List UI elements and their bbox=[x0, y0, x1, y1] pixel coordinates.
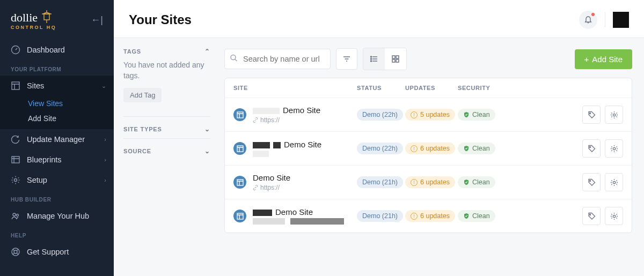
refresh-icon bbox=[11, 135, 20, 144]
tag-row-button[interactable] bbox=[582, 139, 601, 158]
divider bbox=[123, 138, 210, 139]
svg-rect-23 bbox=[237, 180, 243, 185]
users-icon bbox=[11, 211, 20, 221]
search-input[interactable] bbox=[224, 49, 331, 69]
gear-icon bbox=[610, 212, 618, 220]
svg-point-9 bbox=[231, 55, 236, 60]
chevron-right-icon: › bbox=[104, 177, 106, 183]
divider bbox=[123, 116, 210, 117]
nav-setup[interactable]: Setup › bbox=[0, 170, 114, 190]
chevron-down-icon: ⌄ bbox=[101, 83, 106, 89]
svg-point-6 bbox=[17, 214, 19, 217]
nav-label: Blueprints bbox=[27, 155, 61, 164]
collapse-tags-toggle[interactable]: ⌃ bbox=[204, 48, 210, 55]
link-icon bbox=[253, 185, 258, 190]
clock-icon: ! bbox=[411, 111, 418, 118]
sites-panel: + Add Site SITE STATUS UPDATES SECURITY bbox=[220, 38, 644, 276]
th-security: SECURITY bbox=[458, 85, 506, 91]
svg-point-18 bbox=[589, 113, 590, 114]
subnav-add-site[interactable]: Add Site bbox=[0, 111, 114, 126]
search-icon bbox=[230, 54, 238, 64]
chevron-right-icon: › bbox=[104, 156, 106, 163]
svg-rect-3 bbox=[12, 156, 19, 163]
nav-update-manager[interactable]: Update Manager › bbox=[0, 129, 114, 150]
nav-label: Manage Your Hub bbox=[27, 212, 89, 220]
add-site-label: Add Site bbox=[592, 55, 623, 64]
user-avatar[interactable] bbox=[613, 12, 629, 28]
table-row[interactable]: Demo Site Demo (21h) !6 updates Clean bbox=[225, 199, 632, 233]
site-avatar-icon bbox=[233, 210, 246, 222]
site-name: Demo Site bbox=[253, 173, 290, 182]
search-wrapper bbox=[224, 49, 331, 69]
svg-point-5 bbox=[13, 213, 16, 216]
layout-icon bbox=[11, 81, 20, 91]
expand-source-toggle[interactable]: ⌄ bbox=[204, 147, 210, 155]
tag-row-button[interactable] bbox=[582, 106, 601, 124]
expand-sitetypes-toggle[interactable]: ⌄ bbox=[204, 125, 210, 133]
svg-rect-2 bbox=[12, 82, 19, 89]
status-pill: Demo (21h) bbox=[357, 210, 403, 222]
grid-view-button[interactable] bbox=[385, 48, 406, 70]
settings-row-button[interactable] bbox=[605, 173, 623, 191]
svg-point-8 bbox=[14, 250, 17, 253]
nav-blueprints[interactable]: Blueprints › bbox=[0, 150, 114, 170]
chevron-right-icon: › bbox=[104, 136, 106, 143]
topbar: Your Sites bbox=[114, 0, 644, 38]
clock-icon: ! bbox=[411, 213, 418, 220]
filter-button[interactable] bbox=[336, 48, 357, 70]
nav-manage-hub[interactable]: Manage Your Hub bbox=[0, 206, 114, 226]
table-row[interactable]: Demo Site https:// Demo (22h) !5 updates… bbox=[225, 98, 632, 131]
gear-icon bbox=[610, 145, 618, 153]
blueprint-icon bbox=[11, 155, 20, 165]
nav-heading-help: HELP bbox=[0, 226, 114, 242]
nav-get-support[interactable]: Get Support bbox=[0, 242, 114, 262]
nav-sites[interactable]: Sites ⌄ bbox=[0, 76, 114, 96]
site-avatar-icon bbox=[233, 176, 246, 189]
site-avatar-icon bbox=[233, 142, 246, 155]
brand-logo: dollie CONTROL HQ bbox=[11, 10, 56, 30]
add-site-button[interactable]: + Add Site bbox=[575, 49, 632, 69]
grid-icon bbox=[391, 55, 400, 63]
list-view-button[interactable] bbox=[363, 48, 385, 70]
nav-label: Dashboard bbox=[27, 46, 65, 54]
subnav-view-sites[interactable]: View Sites bbox=[0, 96, 114, 111]
tag-row-button[interactable] bbox=[582, 173, 601, 191]
site-url bbox=[253, 218, 347, 225]
nav-dashboard[interactable]: Dashboard bbox=[0, 40, 114, 60]
sites-table: SITE STATUS UPDATES SECURITY Demo Site h… bbox=[224, 78, 632, 233]
settings-row-button[interactable] bbox=[605, 106, 623, 124]
updates-pill: !6 updates bbox=[405, 176, 455, 188]
tag-icon bbox=[588, 212, 596, 220]
clock-icon: ! bbox=[411, 145, 418, 152]
table-row[interactable]: Demo Site Demo (22h) !6 updates Clean bbox=[225, 131, 632, 165]
divider bbox=[605, 12, 605, 27]
filter-tags-heading: TAGS bbox=[123, 48, 141, 55]
notifications-button[interactable] bbox=[579, 11, 597, 29]
svg-point-10 bbox=[371, 56, 372, 57]
nav-label: Get Support bbox=[27, 248, 69, 256]
nav-label: Sites bbox=[27, 81, 44, 90]
svg-point-24 bbox=[589, 180, 590, 181]
table-row[interactable]: Demo Site https:// Demo (21h) !6 updates… bbox=[225, 165, 632, 199]
site-avatar-icon bbox=[233, 108, 246, 121]
clock-icon: ! bbox=[411, 179, 418, 186]
add-tag-button[interactable]: Add Tag bbox=[123, 88, 162, 102]
list-icon bbox=[370, 55, 378, 63]
svg-rect-17 bbox=[237, 112, 243, 118]
shield-check-icon bbox=[463, 111, 470, 118]
svg-rect-13 bbox=[392, 56, 395, 58]
svg-point-11 bbox=[371, 58, 372, 59]
nav-label: Setup bbox=[27, 176, 47, 184]
filter-icon bbox=[342, 55, 351, 63]
settings-row-button[interactable] bbox=[605, 207, 623, 225]
status-pill: Demo (21h) bbox=[357, 176, 403, 188]
table-header: SITE STATUS UPDATES SECURITY bbox=[225, 78, 632, 98]
nav-label: Update Manager bbox=[27, 135, 85, 144]
settings-row-button[interactable] bbox=[605, 139, 623, 158]
notification-dot bbox=[591, 13, 595, 16]
nav-heading-platform: YOUR PLATFORM bbox=[0, 60, 114, 76]
updates-pill: !6 updates bbox=[405, 143, 455, 154]
collapse-sidebar-button[interactable]: ←| bbox=[91, 14, 103, 26]
svg-point-19 bbox=[613, 114, 615, 116]
tag-row-button[interactable] bbox=[582, 207, 601, 225]
